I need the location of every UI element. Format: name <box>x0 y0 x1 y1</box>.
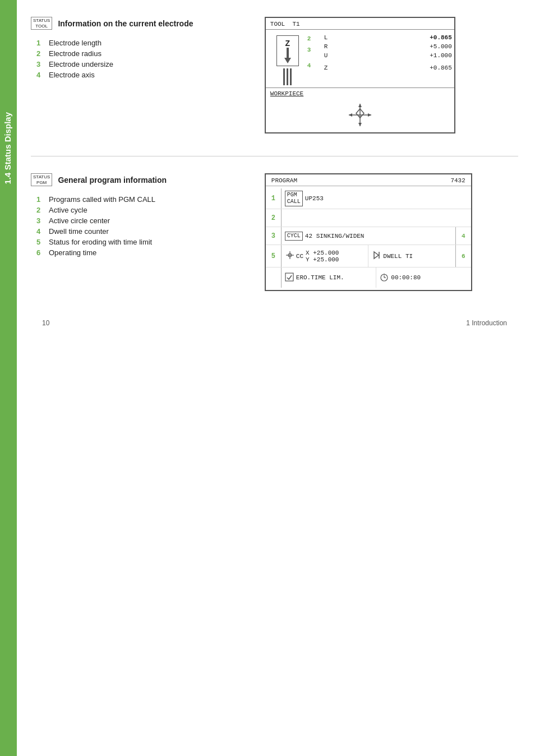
pgm-row-3: 3 CYCL 42 SINKING/WIDEN 4 <box>266 227 471 245</box>
section2-header: STATUS PGM General program information <box>31 173 242 186</box>
list-item: 4 Electrode axis <box>36 71 242 79</box>
ero-icon <box>285 273 294 283</box>
program-list: 1 Programs called with PGM CALL 2 Active… <box>36 195 242 257</box>
svg-marker-5 <box>358 104 362 107</box>
section-electrode: STATUS TOOL Information on the current e… <box>31 17 518 133</box>
svg-rect-14 <box>285 273 293 281</box>
svg-rect-0 <box>287 48 289 59</box>
svg-marker-7 <box>358 123 362 126</box>
pgm-screen: PROGRAM 7432 1 PGMCALL UP253 <box>265 173 472 291</box>
section-label: 1 Introduction <box>466 319 507 327</box>
pgm-row-1: 1 PGMCALL UP253 <box>266 188 471 209</box>
page-number: 10 <box>42 319 49 327</box>
cc-icon <box>285 250 295 262</box>
coordinate-cross-icon <box>346 101 374 129</box>
list-item: 2 Electrode radius <box>36 49 242 58</box>
list-item: 1 Programs called with PGM CALL <box>36 195 242 204</box>
pgm-row-2: 2 <box>266 209 471 227</box>
svg-marker-1 <box>284 58 291 63</box>
svg-marker-6 <box>368 113 371 117</box>
workpiece-section: WORKPIECE <box>266 87 454 132</box>
tool-header-value: T1 <box>292 21 299 27</box>
sidebar-label: 1.4 Status Display <box>3 112 19 184</box>
pgm-call-badge: PGMCALL <box>285 191 303 206</box>
electrode-list: 1 Electrode length 2 Electrode radius 3 … <box>36 39 242 79</box>
section-program: STATUS PGM General program information 1… <box>31 173 518 291</box>
pgm-body: 1 PGMCALL UP253 2 <box>266 186 471 290</box>
tool-icon-col: Z <box>268 32 307 85</box>
status-badge-tool: STATUS TOOL <box>31 17 52 30</box>
list-item: 6 Operating time <box>36 248 242 257</box>
section-divider <box>31 156 518 156</box>
list-item: 4 Dwell time counter <box>36 227 242 236</box>
workpiece-label: WORKPIECE <box>270 90 450 97</box>
pgm-row-ero: ERO.TIME LIM. <box>266 268 471 288</box>
tool-header-label: TOOL <box>270 21 285 27</box>
dwell-icon <box>372 251 381 261</box>
tool-numbers-col: 2 3 4 <box>307 32 324 85</box>
cycl-badge: CYCL <box>285 232 303 241</box>
tool-screen: TOOL T1 Z <box>265 17 455 133</box>
status-badge-pgm: STATUS PGM <box>31 173 52 186</box>
cc-label: CC <box>296 253 303 260</box>
section1-header: STATUS TOOL Information on the current e… <box>31 17 242 30</box>
svg-marker-8 <box>349 113 352 117</box>
list-item: 2 Active cycle <box>36 206 242 214</box>
timer-icon <box>380 273 389 283</box>
page-footer: 10 1 Introduction <box>31 314 518 333</box>
pgm-header: PROGRAM 7432 <box>266 174 471 186</box>
section2-title: General program information <box>58 176 167 185</box>
section1-title: Information on the current electrode <box>58 19 193 28</box>
list-item: 5 Status for eroding with time limit <box>36 238 242 246</box>
list-item: 1 Electrode length <box>36 39 242 47</box>
list-item: 3 Electrode undersize <box>36 60 242 68</box>
pgm-row-5: 5 <box>266 245 471 268</box>
tool-values-col: L +0.865 R +5.000 U +1.000 <box>324 32 452 85</box>
list-item: 3 Active circle center <box>36 216 242 225</box>
z-axis-icon: Z <box>276 35 299 66</box>
svg-marker-12 <box>374 252 379 259</box>
